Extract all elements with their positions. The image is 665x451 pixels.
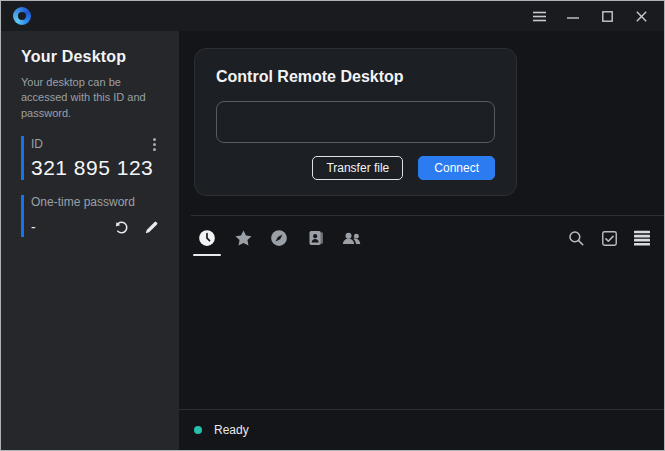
app-body: Your Desktop Your desktop can be accesse… <box>1 31 664 450</box>
group-icon <box>341 229 362 247</box>
sidebar-description: Your desktop can be accessed with this I… <box>21 75 161 121</box>
app-window: Your Desktop Your desktop can be accesse… <box>0 0 665 451</box>
address-book-icon <box>307 229 324 247</box>
compass-icon <box>270 229 288 247</box>
session-tabs-bar <box>179 216 664 260</box>
clock-icon <box>198 229 216 247</box>
active-tab-underline <box>193 254 221 256</box>
transfer-file-button[interactable]: Transfer file <box>312 156 403 180</box>
connect-card-title: Control Remote Desktop <box>216 68 495 86</box>
tab-address-book[interactable] <box>306 229 324 247</box>
connect-buttons-row: Transfer file Connect <box>216 156 495 180</box>
status-dot <box>194 426 202 434</box>
tab-favorites[interactable] <box>234 229 252 248</box>
app-logo-icon <box>13 7 31 25</box>
list-view-icon[interactable] <box>632 228 652 248</box>
edit-password-icon[interactable] <box>141 217 161 237</box>
hamburger-menu-icon[interactable] <box>526 4 552 28</box>
connect-button[interactable]: Connect <box>418 156 495 180</box>
statusbar: Ready <box>179 410 664 450</box>
one-time-password-section: One-time password - <box>21 195 161 237</box>
minimize-button[interactable] <box>560 4 586 28</box>
status-text: Ready <box>214 423 249 437</box>
sidebar: Your Desktop Your desktop can be accesse… <box>1 31 179 450</box>
maximize-button[interactable] <box>594 4 620 28</box>
close-button[interactable] <box>628 4 654 28</box>
select-checkbox-icon[interactable] <box>599 228 619 248</box>
refresh-password-icon[interactable] <box>111 217 131 237</box>
one-time-password-value: - <box>31 219 101 235</box>
desktop-id-value: 321 895 123 <box>31 156 161 180</box>
one-time-password-label: One-time password <box>31 195 161 209</box>
search-icon[interactable] <box>566 228 586 248</box>
session-list-area <box>179 260 664 409</box>
star-icon <box>234 229 253 248</box>
id-label: ID <box>31 137 43 151</box>
control-remote-desktop-card: Control Remote Desktop Transfer file Con… <box>194 48 517 196</box>
tab-group[interactable] <box>342 229 360 247</box>
remote-id-input[interactable] <box>216 101 495 143</box>
main-panel: Control Remote Desktop Transfer file Con… <box>179 31 664 450</box>
id-section: ID 321 895 123 <box>21 136 161 180</box>
tab-recent-sessions[interactable] <box>198 229 216 247</box>
kebab-menu-icon[interactable] <box>147 136 161 152</box>
sidebar-title: Your Desktop <box>21 48 161 66</box>
app-logo-icon-hole <box>18 12 26 20</box>
titlebar <box>1 1 664 31</box>
tab-discovered[interactable] <box>270 229 288 247</box>
